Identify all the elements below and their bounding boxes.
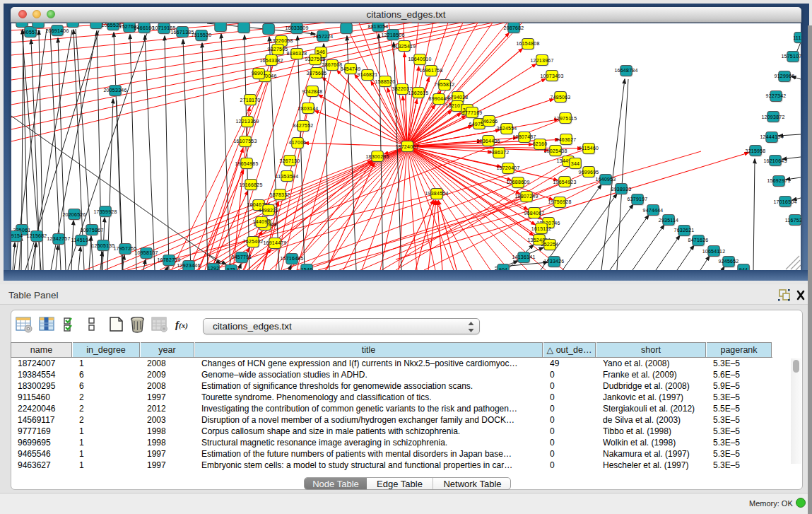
- svg-text:16543382: 16543382: [259, 58, 283, 63]
- svg-text:5878332: 5878332: [269, 192, 290, 197]
- svg-text:20053346: 20053346: [103, 88, 126, 93]
- svg-text:144093: 144093: [253, 219, 271, 224]
- svg-text:15716485: 15716485: [280, 256, 303, 261]
- svg-text:12975115: 12975115: [554, 116, 577, 121]
- svg-text:39154: 39154: [11, 233, 23, 238]
- svg-text:8427552: 8427552: [293, 123, 313, 128]
- svg-text:20364436: 20364436: [476, 139, 500, 144]
- svg-text:12505135: 12505135: [91, 243, 114, 248]
- svg-text:1588520: 1588520: [375, 79, 395, 84]
- svg-text:19756928: 19756928: [548, 199, 571, 204]
- svg-text:9327508: 9327508: [305, 57, 325, 62]
- svg-text:12342757: 12342757: [47, 236, 70, 241]
- svg-text:10973493: 10973493: [540, 74, 563, 78]
- svg-text:2803144: 2803144: [298, 106, 318, 111]
- svg-text:1615112: 1615112: [531, 226, 551, 231]
- svg-text:9457791: 9457791: [231, 255, 252, 259]
- svg-text:16782759: 16782759: [157, 257, 180, 262]
- svg-text:6466160: 6466160: [134, 25, 154, 30]
- svg-text:11124: 11124: [793, 35, 801, 40]
- svg-text:6794028: 6794028: [447, 95, 468, 100]
- svg-text:20206526: 20206526: [62, 212, 86, 217]
- svg-text:15751074: 15751074: [781, 54, 801, 59]
- svg-text:9463627: 9463627: [555, 137, 576, 142]
- svg-text:18807249: 18807249: [514, 194, 538, 199]
- svg-text:7857224: 7857224: [312, 34, 333, 39]
- svg-text:7515520: 7515520: [191, 33, 211, 37]
- svg-text:12213967: 12213967: [530, 58, 553, 63]
- svg-text:15720407: 15720407: [496, 165, 519, 170]
- svg-text:9474444: 9474444: [642, 208, 663, 213]
- svg-text:10958107: 10958107: [134, 250, 158, 255]
- svg-text:13226058: 13226058: [269, 38, 293, 43]
- svg-text:8186328: 8186328: [286, 51, 307, 56]
- svg-text:1362615: 1362615: [408, 90, 428, 95]
- svg-text:10688609: 10688609: [506, 180, 529, 185]
- svg-text:16154808: 16154808: [516, 41, 539, 46]
- svg-text:11353594: 11353594: [276, 174, 299, 179]
- svg-text:252254: 252254: [541, 242, 559, 247]
- svg-text:9245652: 9245652: [718, 259, 739, 264]
- svg-text:12213369: 12213369: [235, 119, 259, 124]
- svg-text:1640953: 1640953: [595, 177, 616, 182]
- svg-text:2867608: 2867608: [322, 62, 342, 67]
- svg-text:9242848: 9242848: [302, 89, 322, 94]
- svg-text:17016504: 17016504: [773, 199, 796, 204]
- svg-text:15692971: 15692971: [767, 178, 790, 183]
- svg-text:3624554: 3624554: [496, 126, 517, 131]
- svg-text:3822037: 3822037: [392, 86, 412, 91]
- svg-text:3875685: 3875685: [306, 71, 326, 76]
- svg-text:3215958: 3215958: [745, 148, 765, 153]
- svg-text:2935114: 2935114: [659, 218, 678, 223]
- svg-text:417006: 417006: [289, 140, 307, 145]
- svg-text:7485063: 7485063: [550, 95, 570, 100]
- svg-text:8938923: 8938923: [611, 187, 631, 192]
- svg-text:3267130: 3267130: [279, 158, 300, 163]
- svg-text:98901: 98901: [252, 71, 266, 76]
- svg-text:17359928: 17359928: [93, 209, 117, 214]
- svg-text:344: 344: [571, 161, 579, 166]
- svg-text:9227342: 9227342: [765, 93, 786, 98]
- svg-text:19166825: 19166825: [239, 182, 262, 187]
- svg-text:7625402: 7625402: [242, 239, 263, 244]
- svg-text:(x): (x): [179, 321, 188, 330]
- svg-text:8990448: 8990448: [428, 96, 449, 101]
- svg-text:1167533: 1167533: [785, 218, 801, 223]
- svg-text:10654112: 10654112: [702, 249, 726, 254]
- svg-text:9684067: 9684067: [524, 211, 544, 216]
- svg-text:8454749: 8454749: [340, 66, 360, 71]
- svg-text:16210643: 16210643: [763, 158, 787, 163]
- svg-text:1145194: 1145194: [71, 238, 91, 243]
- svg-text:16648784: 16648784: [614, 68, 637, 73]
- svg-text:18300295: 18300295: [365, 154, 389, 159]
- svg-text:62160: 62160: [533, 141, 548, 146]
- svg-text:16914479: 16914479: [263, 240, 286, 245]
- svg-text:9146821: 9146821: [357, 72, 377, 77]
- svg-text:12923446: 12923446: [177, 263, 200, 268]
- svg-text:19654985: 19654985: [235, 161, 258, 166]
- svg-text:18640910: 18640910: [408, 57, 431, 62]
- svg-text:9115460: 9115460: [579, 146, 599, 151]
- svg-text:1733426: 1733426: [543, 259, 564, 264]
- svg-text:4498222: 4498222: [258, 208, 278, 213]
- svg-text:1405572: 1405572: [20, 30, 40, 35]
- svg-text:20691406: 20691406: [45, 28, 69, 33]
- svg-text:10025438: 10025438: [543, 148, 567, 153]
- svg-text:8471626: 8471626: [688, 238, 708, 243]
- svg-text:9699695: 9699695: [578, 170, 599, 175]
- svg-text:2718170: 2718170: [240, 98, 260, 103]
- svg-text:19654923: 19654923: [553, 180, 576, 185]
- svg-text:14136141: 14136141: [512, 255, 535, 259]
- svg-text:8813054: 8813054: [367, 24, 388, 29]
- svg-text:6379197: 6379197: [627, 197, 647, 201]
- svg-text:12093872: 12093872: [761, 115, 784, 119]
- svg-text:7386372: 7386372: [488, 150, 509, 155]
- svg-text:12218506: 12218506: [381, 33, 404, 37]
- svg-text:746266: 746266: [481, 119, 498, 124]
- svg-text:9129966: 9129966: [774, 74, 794, 78]
- svg-text:9777169: 9777169: [461, 110, 482, 115]
- svg-text:2087682: 2087682: [503, 25, 524, 30]
- svg-text:9327505: 9327505: [267, 47, 288, 52]
- svg-text:16107553: 16107553: [233, 139, 257, 144]
- svg-text:11325419: 11325419: [393, 44, 416, 49]
